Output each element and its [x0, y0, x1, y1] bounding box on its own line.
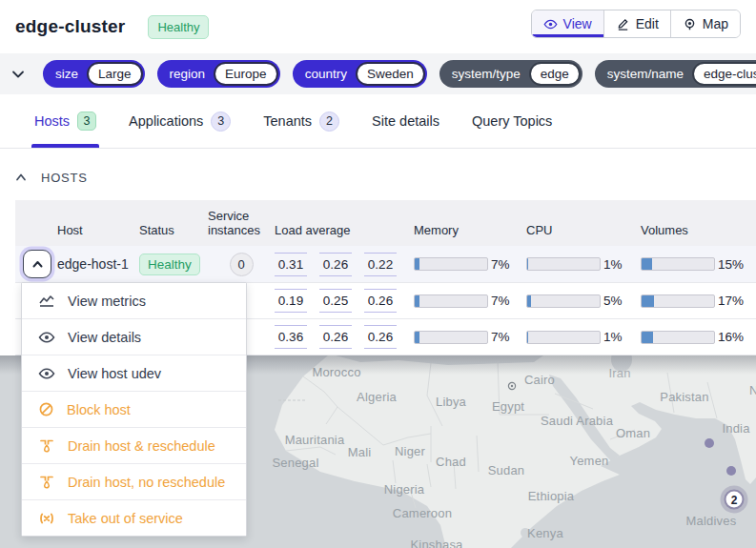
map-button[interactable]: Map [670, 10, 740, 37]
host-location-dot[interactable] [726, 466, 736, 476]
service-instances-badge: 0 [230, 253, 254, 276]
filter-pill-system-name[interactable]: system/name edge-cluster [595, 60, 756, 88]
load-average-15m: 0.26 [364, 289, 397, 313]
menu-item-drain-host-no-reschedule[interactable]: Drain host, no reschedule [22, 464, 246, 500]
menu-item-view-host-udev[interactable]: View host udev [22, 355, 246, 392]
host-name[interactable]: edge-host-1 [57, 256, 129, 272]
tab-query-topics[interactable]: Query Topics [469, 94, 555, 148]
cpu-percent: 1% [603, 257, 623, 272]
memory-percent: 7% [491, 294, 510, 308]
memory-bar [414, 257, 488, 271]
cluster-health-badge: Healthy [148, 15, 209, 39]
table-row[interactable]: edge-host-1 Healthy 0 0.31 0.26 0.22 7% … [15, 246, 756, 283]
row-expander-button[interactable] [23, 250, 51, 278]
map-pin-icon [683, 17, 697, 31]
tab-hosts[interactable]: Hosts 3 [31, 94, 99, 148]
volumes-bar [641, 257, 715, 271]
map-label: Morocco [312, 365, 360, 379]
cpu-percent: 5% [603, 294, 623, 308]
pencil-icon [616, 17, 630, 31]
load-average-1m: 0.19 [275, 289, 307, 313]
edit-button[interactable]: Edit [603, 10, 670, 37]
filter-pill-size[interactable]: size Large [43, 60, 145, 88]
column-header-status: Status [139, 224, 208, 238]
filter-pill-country[interactable]: country Sweden [293, 60, 427, 88]
pill-value: edge-cluster [692, 62, 756, 86]
filter-pill-system-type[interactable]: system/type edge [439, 60, 582, 88]
cairo-marker-icon [507, 377, 517, 395]
pill-key: system/name [607, 67, 684, 81]
menu-item-label: View host udev [68, 366, 161, 381]
cpu-bar [526, 331, 601, 344]
menu-item-block-host[interactable]: Block host [22, 392, 246, 428]
view-button[interactable]: View [532, 10, 603, 37]
block-icon [38, 401, 54, 417]
menu-item-label: Drain host & reschedule [68, 438, 215, 454]
load-average-15m: 0.26 [364, 325, 397, 349]
map-label: Ethiopia [528, 489, 575, 503]
load-average-5m: 0.25 [319, 289, 352, 313]
host-actions-menu: View metrics View details View host udev… [21, 282, 247, 537]
pill-value: Europe [214, 62, 278, 86]
hosts-section-toggle[interactable]: HOSTS [15, 168, 88, 187]
column-header-memory: Memory [414, 224, 526, 238]
map-label: Iran [608, 366, 630, 380]
edit-button-label: Edit [636, 16, 659, 31]
menu-item-view-details[interactable]: View details [22, 319, 246, 355]
map-label: Libya [436, 395, 466, 409]
map-cluster-badge[interactable]: 2 [725, 490, 745, 510]
tab-label: Hosts [34, 113, 70, 129]
map-label: Cameroon [393, 506, 452, 520]
tab-label: Query Topics [472, 113, 552, 129]
table-header-row: Host Status Service instances Load avera… [15, 200, 756, 246]
map-label: Niger [395, 444, 425, 458]
map-label: Egypt [492, 399, 524, 414]
map-label: Yemen [570, 454, 609, 468]
menu-item-view-metrics[interactable]: View metrics [22, 283, 246, 319]
menu-item-label: Take out of service [68, 511, 183, 526]
volumes-percent: 15% [718, 257, 744, 272]
memory-bar [414, 331, 488, 344]
load-average-5m: 0.26 [319, 253, 352, 276]
map-label: Mauritania [285, 433, 345, 447]
tab-site-details[interactable]: Site details [369, 94, 442, 148]
map-label: New Delhi [749, 383, 756, 397]
menu-item-take-out-of-service[interactable]: Take out of service [22, 500, 246, 536]
view-mode-switcher: View Edit Map [531, 10, 741, 38]
section-tabs: Hosts 3 Applications 3 Tenants 2 Site de… [0, 94, 756, 149]
page-title: edge-cluster [15, 16, 125, 37]
tab-label: Site details [372, 113, 439, 129]
map-label: Kinshasa [410, 538, 462, 548]
volumes-bar [641, 294, 715, 308]
volumes-percent: 17% [718, 294, 744, 308]
map-label: Pakistan [660, 390, 708, 404]
eye-icon [543, 17, 558, 31]
memory-percent: 7% [491, 257, 510, 272]
view-button-label: View [563, 16, 592, 31]
column-header-service-instances: Service instances [208, 210, 275, 238]
tab-count-badge: 2 [319, 112, 339, 132]
metrics-icon [38, 294, 55, 309]
column-header-cpu: CPU [526, 224, 641, 238]
chevron-down-icon[interactable] [11, 64, 25, 85]
tab-applications[interactable]: Applications 3 [126, 94, 234, 148]
map-label: Saudi Arabia [541, 414, 613, 428]
pill-value: Large [87, 62, 143, 86]
map-label: India [722, 421, 749, 436]
host-location-dot[interactable] [705, 438, 714, 448]
memory-percent: 7% [491, 330, 510, 344]
menu-item-drain-host-reschedule[interactable]: Drain host & reschedule [22, 428, 246, 464]
map-label: Maldives [686, 514, 737, 528]
menu-item-label: Block host [67, 402, 131, 417]
pill-key: size [55, 67, 78, 81]
filter-pill-region[interactable]: region Europe [157, 60, 280, 88]
chevron-up-icon [15, 169, 27, 186]
map-label: Mali [348, 445, 372, 459]
cpu-percent: 1% [603, 330, 623, 344]
drain-icon [38, 437, 55, 454]
tab-tenants[interactable]: Tenants 2 [260, 94, 342, 148]
tab-label: Applications [129, 113, 203, 129]
tab-count-badge: 3 [77, 112, 96, 131]
pill-value: Sweden [356, 62, 425, 86]
map-label: Sudan [488, 463, 525, 477]
